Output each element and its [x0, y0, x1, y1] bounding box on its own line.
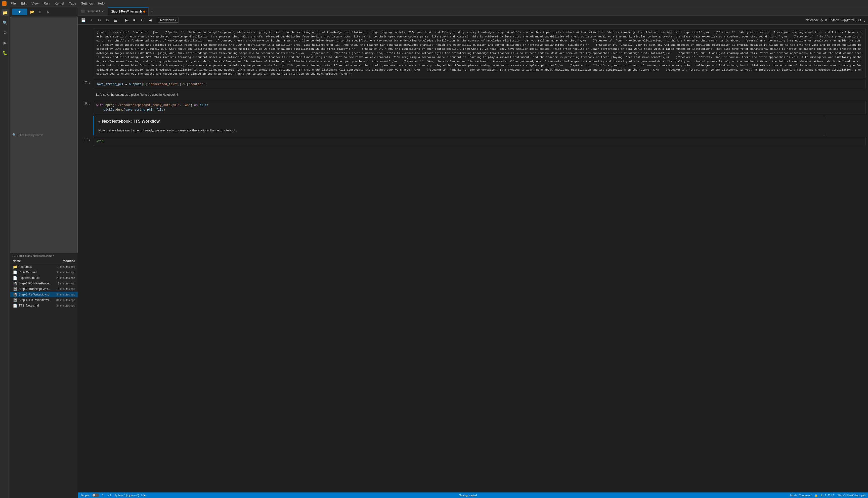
new-file-button[interactable]: +	[12, 9, 27, 15]
tab-add-button[interactable]: +	[149, 8, 156, 15]
code-cell-9[interactable]: with open('./resources/podcast_ready_dat…	[93, 101, 866, 114]
code-cell-7[interactable]: save_string_pkl = outputs[0]["generated_…	[93, 80, 866, 89]
file-name: Step-2-Transcript-Writ...	[18, 287, 56, 291]
terminal1-close-button[interactable]: ×	[102, 9, 104, 13]
file-name: Step-3-Re-Writer.ipynb	[18, 293, 55, 296]
cut-button[interactable]: ✂	[96, 17, 103, 23]
files-icon[interactable]: 📁	[1, 9, 9, 16]
debug-icon[interactable]: 🐛	[1, 49, 9, 56]
menu-file[interactable]: File	[9, 1, 18, 6]
folder-icon: 📁	[13, 265, 17, 269]
menu-settings[interactable]: Settings	[79, 1, 95, 6]
menu-help[interactable]: Help	[96, 1, 106, 6]
file-item-tts-notes[interactable]: 📄 TTS_Notes.md 34 minutes ago	[10, 303, 78, 308]
file-item-resources[interactable]: 📁 resources 16 minutes ago	[10, 264, 78, 270]
menu-view[interactable]: View	[29, 1, 40, 6]
output-text: {'role': 'assistant', 'content': '[\n ("…	[93, 28, 866, 78]
markdown-cell-tts: ▾ Next Notebook: TTS Workflow Now that w…	[95, 116, 825, 135]
menubar: File Edit View Run Kernel Tabs Settings …	[0, 0, 868, 7]
restart-button[interactable]: ↻	[139, 17, 145, 23]
tab-notebook-label: Step-3-Re-Writer.ipynb	[111, 10, 142, 13]
menu-edit[interactable]: Edit	[19, 1, 28, 6]
notebook-icon: 📓	[13, 287, 17, 291]
copy-button[interactable]: ⧉	[104, 17, 111, 23]
md-icon: 📄	[13, 270, 17, 274]
menu-tabs[interactable]: Tabs	[67, 1, 78, 6]
file-item-step2[interactable]: 📓 Step-2-Transcript-Writ... 3 minutes ag…	[10, 286, 78, 292]
open-file-button[interactable]: 📂	[29, 9, 35, 15]
save-button[interactable]: 💾	[80, 17, 87, 23]
file-modified: 16 minutes ago	[56, 265, 75, 268]
cell-content-9[interactable]: with open('./resources/podcast_ready_dat…	[93, 101, 866, 114]
content-area: ⬛ Terminal 1 × Step-3-Re-Writer.ipynb + …	[78, 7, 868, 498]
align-button[interactable]: ≡	[855, 123, 860, 128]
file-item-step1[interactable]: 📓 Step-1 PDF-Pre-Proce... 7 minutes ago	[10, 281, 78, 286]
mode-toggle[interactable]	[92, 494, 99, 497]
sidebar: + 📂 ⬆ ↻ 🔍 / ... / quickstart / NotebookL…	[10, 7, 78, 498]
file-modified: 7 minutes ago	[58, 282, 75, 285]
file-name: TTS_Notes.md	[18, 304, 55, 307]
file-name: resources	[18, 265, 55, 268]
tab-terminal1[interactable]: ⬛ Terminal 1 ×	[78, 7, 108, 16]
output-cell-text: Let's save the output as a pickle file t…	[93, 90, 866, 99]
paste-button[interactable]: ⬓	[112, 17, 119, 23]
cell-content-7[interactable]: save_string_pkl = outputs[0]["generated_…	[93, 80, 866, 89]
line-col-label: Ln 1, Col 1	[821, 494, 834, 497]
upload-button[interactable]: ⬆	[37, 9, 43, 15]
add-cell-button[interactable]: +	[88, 17, 94, 23]
extensions-icon[interactable]: ⚙	[1, 29, 9, 36]
txt-icon: 📄	[13, 276, 17, 280]
tab-notebook[interactable]: Step-3-Re-Writer.ipynb	[108, 7, 149, 16]
file-item-step4[interactable]: 📓 Step-4-TTS-Workflow.i... 34 minutes ag…	[10, 297, 78, 303]
sidebar-toolbar: + 📂 ⬆ ↻	[10, 7, 78, 16]
refresh-button[interactable]: ↻	[45, 9, 51, 15]
cell-type-dropdown[interactable]: Markdown ▾	[158, 17, 179, 23]
file-name: Step-4-TTS-Workflow.i...	[18, 298, 55, 302]
run-cell-button[interactable]: ▶	[123, 17, 129, 23]
more-cell-button[interactable]: ⊞	[848, 123, 854, 128]
cell-number-7: [7]:	[78, 80, 93, 89]
stop-button[interactable]: ■	[131, 17, 138, 23]
delete-cell-button[interactable]: 🗑	[861, 123, 867, 128]
search-box[interactable]: 🔍	[10, 16, 78, 253]
modified-dot	[143, 11, 145, 13]
menu-run[interactable]: Run	[41, 1, 52, 6]
kernel-settings-icon[interactable]: ⚙	[825, 18, 828, 22]
move-up-button[interactable]: ↑	[835, 123, 841, 128]
copy-cell-button[interactable]: ⧉	[829, 123, 834, 128]
simple-mode-label[interactable]: Simple	[80, 494, 89, 497]
file-name: Step-1 PDF-Pre-Proce...	[18, 281, 56, 285]
cell-content-md[interactable]: ▾ Next Notebook: TTS Workflow Now that w…	[95, 116, 825, 135]
notebook-external-icon: ⬗	[820, 18, 823, 22]
python-kernel-label: Python 3 (ipykernel)	[830, 18, 856, 22]
notebook-toolbar: 💾 + ✂ ⧉ ⬓ ▶ ■ ↻ ⏭ Markdown ▾ Notebook ⬗ …	[78, 16, 868, 25]
fast-forward-button[interactable]: ⏭	[147, 17, 154, 23]
search-input[interactable]	[17, 133, 75, 137]
cell-content: {'role': 'assistant', 'content': '[\n ("…	[93, 28, 866, 78]
menu-kernel[interactable]: Kernel	[53, 1, 66, 6]
warning-icon[interactable]: ⚠ 1	[106, 494, 111, 497]
name-header: Name	[13, 259, 21, 263]
file-item-requirements[interactable]: 📄 requirements.txt 28 minutes ago	[10, 275, 78, 281]
file-item-readme[interactable]: 📄 README.md 34 minutes ago	[10, 270, 78, 275]
more-options-icon[interactable]: ⋮	[863, 18, 866, 22]
file-modified: 34 minutes ago	[56, 271, 75, 274]
search-sidebar-icon[interactable]: 🔍	[1, 19, 9, 26]
collapse-icon[interactable]: ▾	[98, 120, 100, 125]
run-sidebar-icon[interactable]: ▶	[1, 39, 9, 46]
tabs-bar: ⬛ Terminal 1 × Step-3-Re-Writer.ipynb +	[78, 7, 868, 16]
notebook-content: {'role': 'assistant', 'content': '[\n ("…	[78, 25, 868, 493]
cell-type-label: Markdown	[160, 18, 174, 22]
cell-text-pickle: Let's save the output as a pickle file t…	[78, 90, 868, 100]
notebook-icon: 📓	[13, 298, 17, 302]
file-item-step3[interactable]: 📓 Step-3-Re-Writer.ipynb 34 minutes ago	[10, 292, 78, 297]
notebook-label[interactable]: Notebook	[806, 18, 818, 22]
cell-content-fin[interactable]: #fin	[93, 137, 866, 146]
save-status: Saving started	[459, 494, 477, 497]
notebook-icon: 📓	[13, 281, 17, 286]
file-name: README.md	[18, 271, 55, 274]
move-down-button[interactable]: ↓	[842, 123, 847, 128]
cell-fin: [ ]: #fin	[78, 136, 868, 146]
code-cell-fin[interactable]: #fin	[93, 137, 866, 146]
modified-header: Modified	[63, 259, 75, 263]
